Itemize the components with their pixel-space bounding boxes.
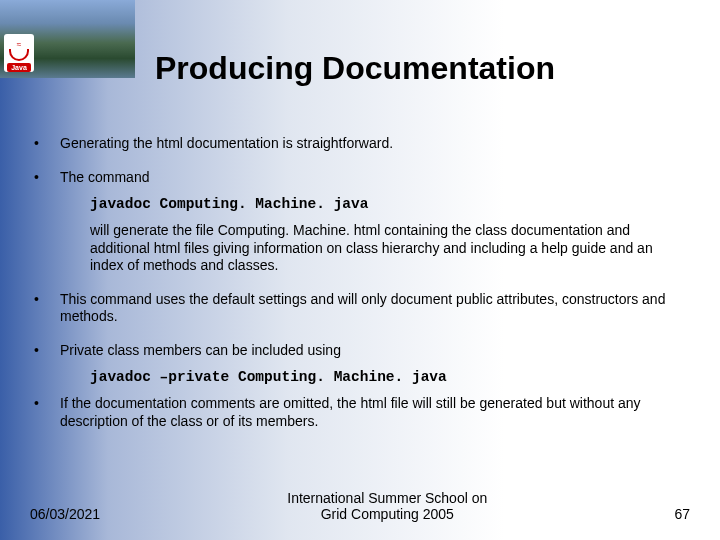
bullet-marker: •	[30, 342, 60, 360]
slide-content: • Generating the html documentation is s…	[30, 135, 690, 446]
bullet-text: Private class members can be included us…	[60, 342, 690, 360]
bullet-4: • Private class members can be included …	[30, 342, 690, 360]
bullet-1: • Generating the html documentation is s…	[30, 135, 690, 153]
bullet-5: • If the documentation comments are omit…	[30, 395, 690, 430]
footer-page-number: 67	[674, 506, 690, 522]
java-logo-text: Java	[7, 63, 31, 72]
bullet-text: The command	[60, 169, 690, 187]
cup-icon	[9, 49, 29, 61]
steam-icon: ≈	[17, 41, 21, 49]
slide-title: Producing Documentation	[155, 50, 555, 87]
bullet-marker: •	[30, 135, 60, 153]
code-line-1: javadoc Computing. Machine. java	[90, 196, 690, 212]
footer-date: 06/03/2021	[30, 506, 100, 522]
bullet-marker: •	[30, 395, 60, 430]
footer-center-text: International Summer School on Grid Comp…	[287, 490, 487, 522]
code-line-2: javadoc –private Computing. Machine. jav…	[90, 369, 690, 385]
bullet-3: • This command uses the default settings…	[30, 291, 690, 326]
bullet-text: This command uses the default settings a…	[60, 291, 690, 326]
slide-footer: 06/03/2021 International Summer School o…	[30, 490, 690, 522]
footer-center: International Summer School on Grid Comp…	[100, 490, 674, 522]
bullet-2: • The command	[30, 169, 690, 187]
bullet-text: If the documentation comments are omitte…	[60, 395, 690, 430]
bullet-marker: •	[30, 291, 60, 326]
follow-text-1: will generate the file Computing. Machin…	[90, 222, 690, 275]
bullet-marker: •	[30, 169, 60, 187]
bullet-text: Generating the html documentation is str…	[60, 135, 690, 153]
java-logo: ≈ Java	[4, 34, 34, 72]
header-photo: ≈ Java	[0, 0, 135, 78]
